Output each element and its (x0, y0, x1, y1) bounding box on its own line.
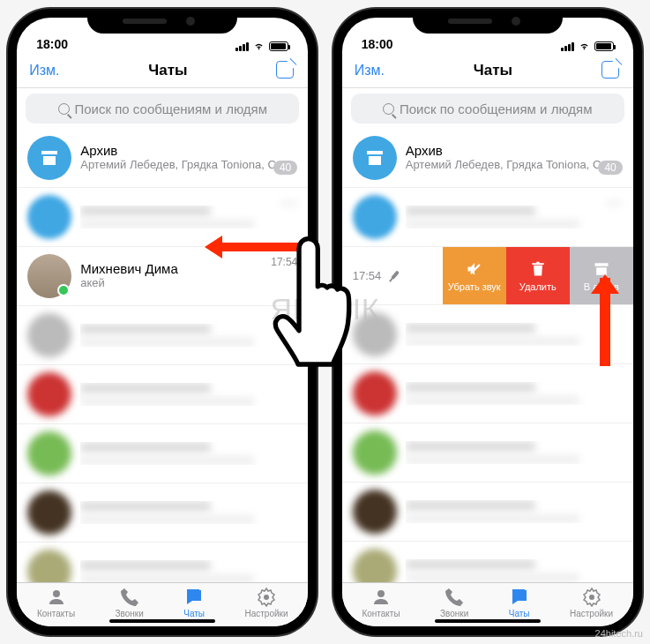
search-placeholder: Поиск по сообщениям и людям (75, 101, 268, 116)
pin-icon (385, 267, 403, 285)
trash-icon (529, 260, 547, 278)
nav-title: Чаты (474, 62, 512, 79)
avatar (27, 254, 71, 298)
nav-header: Изм. Чаты (342, 53, 633, 88)
tab-contacts[interactable]: Контакты (37, 587, 75, 618)
chat-row-swiped: 17:54 Убрать звук Удалить В архив (342, 247, 633, 305)
svg-point-0 (53, 590, 60, 597)
nav-header: Изм. Чаты (17, 53, 308, 88)
tab-contacts[interactable]: Контакты (362, 587, 400, 618)
chat-row-blurred[interactable] (342, 364, 633, 423)
archive-row[interactable]: Архив Артемий Лебедев, Грядка Toniona, C… (342, 129, 633, 188)
compose-icon (601, 61, 619, 79)
chat-row-blurred[interactable]: --:-- (342, 188, 633, 247)
signal-icon (235, 42, 249, 51)
battery-icon (269, 41, 288, 51)
tab-settings[interactable]: Настройки (245, 587, 288, 618)
archive-icon (27, 136, 71, 180)
mute-icon (466, 260, 483, 278)
avatar (27, 195, 71, 239)
edit-button[interactable]: Изм. (355, 63, 385, 79)
archive-subtitle: Артемий Лебедев, Грядка Toniona, CocoaHe… (80, 158, 297, 173)
chat-row-blurred[interactable] (17, 483, 308, 543)
notch (87, 9, 237, 34)
mute-button[interactable]: Убрать звук (443, 247, 506, 304)
edit-button[interactable]: Изм. (29, 63, 59, 79)
compose-button[interactable] (601, 61, 621, 80)
status-icons (235, 41, 288, 51)
search-bar[interactable]: Поиск по сообщениям и людям (351, 94, 624, 124)
arrow-up-annotation (591, 260, 617, 366)
chat-row-blurred[interactable] (17, 543, 308, 582)
home-indicator[interactable] (109, 619, 215, 623)
archive-row[interactable]: Архив Артемий Лебедев, Грядка Toniona, C… (17, 129, 308, 188)
delete-button[interactable]: Удалить (506, 247, 570, 304)
source-watermark: 24hitech.ru (595, 628, 643, 639)
compose-button[interactable] (276, 61, 295, 80)
pointing-hand-icon (265, 229, 362, 379)
tab-calls[interactable]: Звонки (115, 587, 143, 618)
chat-row-blurred[interactable] (342, 423, 633, 483)
battery-icon (594, 41, 614, 51)
tab-calls[interactable]: Звонки (440, 587, 468, 618)
wifi-icon (578, 41, 591, 51)
status-time: 18:00 (362, 37, 393, 51)
chat-row-blurred[interactable] (17, 424, 308, 483)
archive-title: Архив (80, 143, 297, 158)
archive-count: 40 (273, 161, 297, 175)
chat-row-blurred[interactable] (342, 542, 633, 582)
tab-chats[interactable]: Чаты (509, 587, 530, 618)
chat-list[interactable]: Архив Артемий Лебедев, Грядка Toniona, C… (342, 129, 633, 582)
status-icons (561, 41, 614, 51)
search-placeholder: Поиск по сообщениям и людям (400, 101, 593, 116)
chat-row-blurred[interactable] (342, 483, 633, 542)
wifi-icon (252, 41, 265, 51)
compose-icon (276, 61, 294, 79)
svg-point-2 (377, 590, 385, 597)
archive-count: 40 (598, 161, 622, 175)
status-time: 18:00 (36, 37, 68, 51)
chat-row-blurred[interactable] (342, 305, 633, 364)
nav-title: Чаты (148, 62, 187, 79)
archive-icon (353, 136, 397, 180)
archive-subtitle: Артемий Лебедев, Грядка Toniona, CocoaHe… (406, 158, 623, 173)
home-indicator[interactable] (435, 619, 541, 623)
search-icon (383, 103, 394, 115)
search-icon (58, 103, 70, 115)
svg-point-3 (589, 595, 594, 600)
tab-settings[interactable]: Настройки (570, 587, 613, 618)
svg-point-1 (264, 595, 269, 600)
notch (413, 9, 563, 34)
search-bar[interactable]: Поиск по сообщениям и людям (26, 94, 299, 124)
archive-title: Архив (406, 143, 623, 158)
signal-icon (561, 42, 574, 51)
screen-right: 18:00 Изм. Чаты Поиск по сообщениям и лю… (342, 18, 633, 626)
tab-chats[interactable]: Чаты (183, 587, 205, 618)
